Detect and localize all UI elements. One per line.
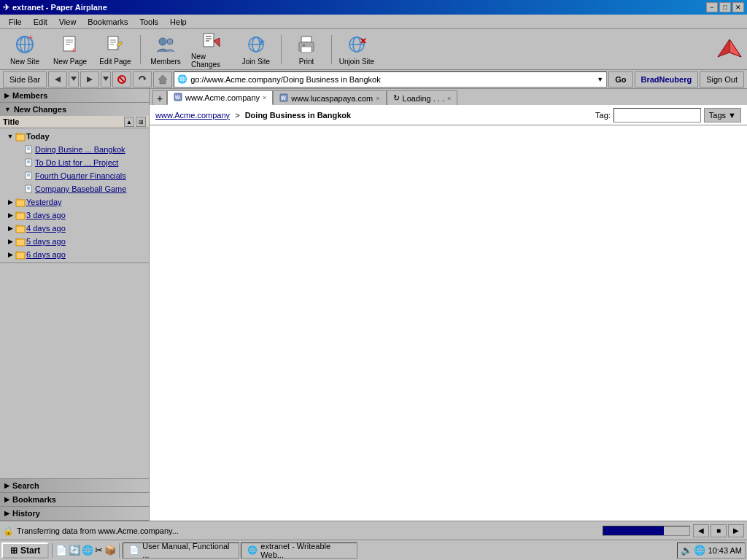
forward-dropdown-button[interactable]	[101, 71, 111, 88]
tree-6days-group[interactable]: ▶ 6 days ago	[0, 248, 149, 261]
new-site-icon: +	[13, 34, 36, 56]
taskbar-icon-3[interactable]: 🌐	[82, 545, 93, 556]
search-section-header[interactable]: ▶ Search	[0, 479, 149, 493]
sidebar-button[interactable]: Side Bar	[3, 71, 47, 88]
svg-point-16	[159, 38, 166, 45]
menu-bookmarks[interactable]: Bookmarks	[82, 16, 133, 28]
forward-button[interactable]	[80, 71, 99, 88]
tab-lucas-close[interactable]: ×	[376, 95, 379, 102]
new-changes-arrow-icon: ▼	[4, 106, 11, 113]
breadcrumb-parent-link[interactable]: www.Acme.company	[155, 111, 230, 120]
new-changes-button[interactable]: New Changes	[189, 31, 233, 68]
menu-edit[interactable]: Edit	[28, 16, 53, 28]
reload-button[interactable]	[133, 71, 152, 88]
tree-item-doing-business[interactable]: Doing Busine ... Bangkok	[0, 143, 149, 156]
join-site-button[interactable]: Join Site	[234, 31, 278, 68]
sep1	[140, 35, 141, 64]
tab-lucas-label: www.lucaspapaya.com	[291, 94, 373, 103]
today-arrow-icon: ▼	[6, 133, 15, 140]
tags-button[interactable]: Tags ▼	[704, 108, 741, 122]
6days-folder-icon	[15, 249, 26, 260]
today-label: Today	[26, 132, 50, 141]
unjoin-site-icon	[345, 34, 368, 56]
minimize-button[interactable]: −	[706, 2, 718, 12]
tab-loading[interactable]: ↻ Loading . . . ×	[387, 90, 458, 105]
menu-view[interactable]: View	[53, 16, 82, 28]
taskbar-icon-4[interactable]: ✂	[95, 545, 103, 556]
tree-yesterday-group[interactable]: ▶ Yesterday	[0, 195, 149, 209]
new-site-button[interactable]: + New Site	[3, 31, 47, 68]
back-dropdown-button[interactable]	[69, 71, 79, 88]
status-btn-1[interactable]: ◀	[693, 524, 709, 537]
tree-item-financials[interactable]: Fourth Quarter Financials	[0, 169, 149, 182]
item-todo-label: To Do List for ... Project	[35, 158, 118, 167]
tree-item-todo[interactable]: To Do List for ... Project	[0, 156, 149, 169]
stop-button[interactable]	[112, 71, 131, 88]
status-btn-2[interactable]: ■	[711, 524, 727, 537]
tab-acme-close[interactable]: ×	[263, 94, 266, 101]
taskbar-btn-manual[interactable]: 📄 User Manual, Functional ...	[123, 542, 239, 559]
taskbar-icon-5[interactable]: 📦	[104, 545, 116, 556]
taskbar-icon-1[interactable]: 📄	[55, 545, 67, 556]
menu-tools[interactable]: Tools	[133, 16, 164, 28]
tab-acme[interactable]: W www.Acme.company ×	[167, 90, 273, 105]
new-changes-icon	[199, 31, 222, 51]
3days-arrow-icon: ▶	[6, 211, 15, 219]
print-button[interactable]: Print	[285, 31, 328, 68]
edit-page-button[interactable]: Edit Page	[93, 31, 137, 68]
taskbar-quick-launch: 📄 🔄 🌐 ✂ 📦	[55, 545, 116, 556]
url-dropdown-icon[interactable]: ▼	[597, 76, 603, 83]
home-button[interactable]	[153, 71, 172, 88]
tree-3days-group[interactable]: ▶ 3 days ago	[0, 209, 149, 222]
today-folder-icon	[15, 131, 26, 142]
col-view-button[interactable]: ⊞	[136, 117, 146, 127]
new-page-button[interactable]: + New Page	[48, 31, 92, 68]
taskbar-sep-2	[119, 543, 120, 558]
tree-4days-group[interactable]: ▶ 4 days ago	[0, 222, 149, 235]
tree-5days-group[interactable]: ▶ 5 days ago	[0, 235, 149, 248]
6days-label: 6 days ago	[26, 250, 66, 259]
taskbar: ⊞ Start 📄 🔄 🌐 ✂ 📦 📄 User Manual, Functio…	[0, 540, 747, 560]
svg-rect-44	[16, 134, 25, 141]
add-tab-button[interactable]: +	[152, 90, 167, 105]
back-button[interactable]	[48, 71, 67, 88]
tray-icon-2[interactable]: 🌐	[694, 545, 705, 556]
svg-marker-37	[71, 77, 77, 81]
tray-icon-1[interactable]: 🔊	[681, 545, 692, 556]
col-sort-button[interactable]: ▲	[124, 117, 134, 127]
menu-file[interactable]: File	[3, 16, 28, 28]
new-changes-header[interactable]: ▼ New Changes	[0, 103, 149, 116]
taskbar-right: 🔊 🌐 10:43 AM	[677, 542, 746, 559]
tabs-bar: + W www.Acme.company × W	[150, 89, 747, 105]
taskbar-extranet-icon: 🌐	[247, 545, 258, 555]
tag-input[interactable]	[614, 108, 701, 122]
status-bar: 🔒 Transferring data from www.Acme.compan…	[0, 521, 747, 540]
go-button[interactable]: Go	[608, 71, 632, 88]
taskbar-btn-extranet[interactable]: 🌐 extranet - Writeable Web...	[241, 542, 357, 559]
sign-out-button[interactable]: Sign Out	[700, 71, 744, 88]
tab-lucas[interactable]: W www.lucaspapaya.com ×	[273, 90, 386, 105]
sidebar-tree: ▼ Today	[0, 128, 149, 262]
history-section-header[interactable]: ▶ History	[0, 507, 149, 521]
3days-folder-icon	[15, 209, 26, 221]
members-button[interactable]: Members	[144, 31, 187, 68]
close-button[interactable]: ✕	[732, 2, 744, 12]
maximize-button[interactable]: □	[719, 2, 731, 12]
menu-help[interactable]: Help	[164, 16, 193, 28]
unjoin-site-button[interactable]: Unjoin Site	[335, 31, 379, 68]
tree-item-baseball[interactable]: Company Baseball Game	[0, 182, 149, 195]
url-input[interactable]	[190, 75, 597, 84]
start-button[interactable]: ⊞ Start	[1, 542, 49, 559]
members-header[interactable]: ▶ Members	[0, 89, 149, 102]
sidebar-section-members: ▶ Members	[0, 89, 149, 103]
tab-lucas-icon: W	[279, 93, 288, 104]
tab-loading-close[interactable]: ×	[447, 95, 451, 102]
taskbar-sep-1	[52, 543, 53, 558]
5days-label: 5 days ago	[26, 237, 66, 246]
tree-today-group[interactable]: ▼ Today	[0, 130, 149, 143]
nav-bar: Side Bar 🌐 ▼ Go	[0, 70, 747, 89]
bookmarks-arrow-icon: ▶	[4, 496, 9, 503]
bookmarks-section-header[interactable]: ▶ Bookmarks	[0, 493, 149, 507]
status-btn-3[interactable]: ▶	[728, 524, 744, 537]
taskbar-icon-2[interactable]: 🔄	[69, 545, 80, 556]
